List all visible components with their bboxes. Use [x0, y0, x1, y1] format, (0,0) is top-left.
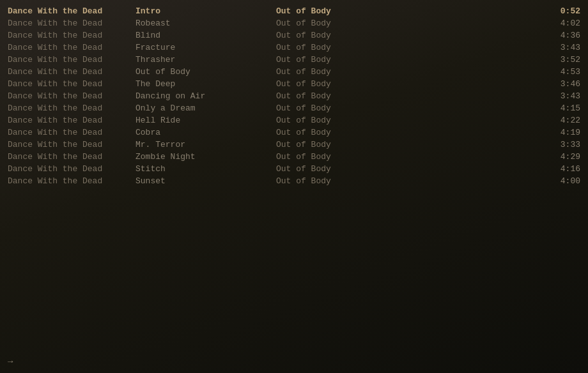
track-album: Out of Body — [276, 164, 542, 174]
track-album: Out of Body — [276, 140, 542, 149]
table-row[interactable]: Dance With the DeadThe DeepOut of Body3:… — [0, 78, 588, 90]
track-album: Out of Body — [276, 67, 542, 77]
track-title: Dancing on Air — [135, 91, 276, 101]
track-artist: Dance With the Dead — [8, 164, 135, 174]
track-duration: 4:16 — [542, 164, 580, 174]
track-artist: Dance With the Dead — [8, 31, 135, 40]
header-duration: 0:52 — [542, 6, 580, 16]
track-album: Out of Body — [276, 43, 542, 52]
table-header: Dance With the Dead Intro Out of Body 0:… — [0, 5, 588, 17]
track-title: Thrasher — [135, 55, 276, 65]
track-artist: Dance With the Dead — [8, 152, 135, 162]
track-title: Stitch — [135, 164, 276, 174]
track-title: Zombie Night — [135, 152, 276, 162]
track-duration: 4:29 — [542, 152, 580, 162]
track-duration: 3:33 — [542, 140, 580, 149]
table-row[interactable]: Dance With the DeadCobraOut of Body4:19 — [0, 126, 588, 139]
track-duration: 4:36 — [542, 31, 580, 40]
track-title: The Deep — [135, 79, 276, 89]
track-album: Out of Body — [276, 91, 542, 101]
header-artist: Dance With the Dead — [8, 6, 135, 16]
track-duration: 4:19 — [542, 128, 580, 137]
track-title: Blind — [135, 31, 276, 40]
table-row[interactable]: Dance With the DeadThrasherOut of Body3:… — [0, 54, 588, 66]
table-row[interactable]: Dance With the DeadMr. TerrorOut of Body… — [0, 139, 588, 151]
header-track: Intro — [135, 6, 276, 16]
table-row[interactable]: Dance With the DeadBlindOut of Body4:36 — [0, 29, 588, 42]
arrow-indicator: → — [8, 356, 13, 367]
track-album: Out of Body — [276, 152, 542, 162]
track-title: Hell Ride — [135, 116, 276, 125]
track-artist: Dance With the Dead — [8, 176, 135, 186]
track-duration: 3:46 — [542, 79, 580, 89]
track-artist: Dance With the Dead — [8, 55, 135, 65]
track-duration: 3:52 — [542, 55, 580, 65]
track-duration: 4:02 — [542, 19, 580, 28]
track-title: Sunset — [135, 176, 276, 186]
track-title: Fracture — [135, 43, 276, 52]
track-duration: 4:15 — [542, 103, 580, 113]
track-title: Only a Dream — [135, 103, 276, 113]
track-list: Dance With the Dead Intro Out of Body 0:… — [0, 0, 588, 192]
track-artist: Dance With the Dead — [8, 19, 135, 28]
table-row[interactable]: Dance With the DeadDancing on AirOut of … — [0, 90, 588, 102]
track-title: Out of Body — [135, 67, 276, 77]
track-album: Out of Body — [276, 31, 542, 40]
track-artist: Dance With the Dead — [8, 79, 135, 89]
track-duration: 4:22 — [542, 116, 580, 125]
table-row[interactable]: Dance With the DeadHell RideOut of Body4… — [0, 114, 588, 126]
track-artist: Dance With the Dead — [8, 128, 135, 137]
track-album: Out of Body — [276, 176, 542, 186]
track-title: Cobra — [135, 128, 276, 137]
table-row[interactable]: Dance With the DeadZombie NightOut of Bo… — [0, 151, 588, 163]
track-artist: Dance With the Dead — [8, 116, 135, 125]
track-title: Mr. Terror — [135, 140, 276, 149]
track-artist: Dance With the Dead — [8, 43, 135, 52]
track-duration: 3:43 — [542, 91, 580, 101]
track-album: Out of Body — [276, 19, 542, 28]
table-row[interactable]: Dance With the DeadOnly a DreamOut of Bo… — [0, 102, 588, 114]
header-album: Out of Body — [276, 6, 542, 16]
track-title: Robeast — [135, 19, 276, 28]
track-artist: Dance With the Dead — [8, 103, 135, 113]
track-album: Out of Body — [276, 55, 542, 65]
table-row[interactable]: Dance With the DeadSunsetOut of Body4:00 — [0, 175, 588, 187]
track-artist: Dance With the Dead — [8, 91, 135, 101]
table-row[interactable]: Dance With the DeadStitchOut of Body4:16 — [0, 163, 588, 175]
track-artist: Dance With the Dead — [8, 67, 135, 77]
track-album: Out of Body — [276, 79, 542, 89]
track-duration: 3:43 — [542, 43, 580, 52]
table-row[interactable]: Dance With the DeadRobeastOut of Body4:0… — [0, 17, 588, 29]
track-duration: 4:53 — [542, 67, 580, 77]
track-album: Out of Body — [276, 128, 542, 137]
track-artist: Dance With the Dead — [8, 140, 135, 149]
table-row[interactable]: Dance With the DeadOut of BodyOut of Bod… — [0, 66, 588, 78]
track-album: Out of Body — [276, 116, 542, 125]
track-duration: 4:00 — [542, 176, 580, 186]
track-album: Out of Body — [276, 103, 542, 113]
table-row[interactable]: Dance With the DeadFractureOut of Body3:… — [0, 42, 588, 54]
